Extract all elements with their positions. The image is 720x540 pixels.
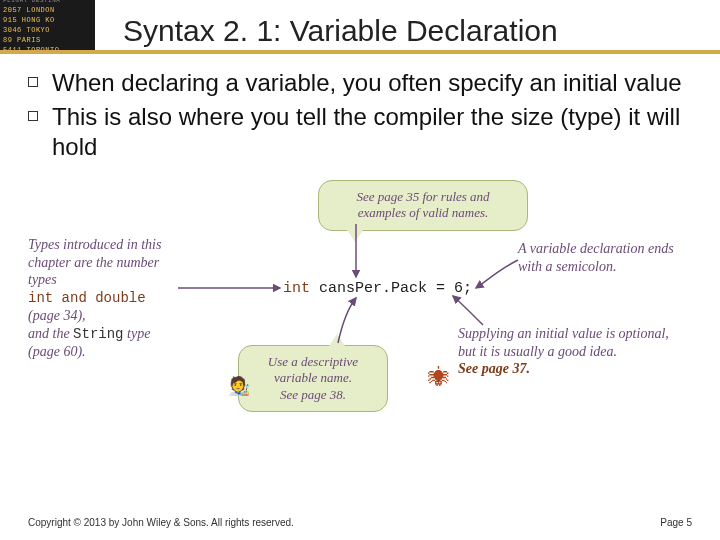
bubble-tail-icon [329,334,345,346]
copyright-text: Copyright © 2013 by John Wiley & Sons. A… [28,517,294,528]
slide-title: Syntax 2. 1: Variable Declaration [95,14,558,50]
board-row: 3046 TOKYO [0,25,95,35]
callout-text: A variable declaration ends with a semic… [518,241,674,274]
bubble-valid-names: See page 35 for rules and examples of va… [318,180,528,231]
board-row: 89 PARIS [0,35,95,45]
callout-text: and the [28,326,73,341]
spider-icon: 🕷 [428,365,450,391]
bullet-item: When declaring a variable, you often spe… [28,68,692,98]
board-row: 2057 LONDON [0,5,95,15]
mascot-icon: 🧑‍🎨 [228,375,250,397]
annotated-diagram: Types introduced in this chapter are the… [28,180,692,440]
code-sample: int cansPer.Pack = 6; [283,280,472,297]
code-type-keyword: int [283,280,310,297]
page-number: Page 5 [660,517,692,528]
bubble-tail-icon [347,230,363,242]
bullet-square-icon [28,111,38,121]
callout-semicolon: A variable declaration ends with a semic… [518,240,698,275]
callout-text: (page 34), [28,308,86,323]
bullet-text: When declaring a variable, you often spe… [52,68,682,98]
bullet-square-icon [28,77,38,87]
code-keyword: String [73,326,123,342]
bullet-item: This is also where you tell the compiler… [28,102,692,162]
departure-board-logo: FLIGHT DESTINA 2057 LONDON 915 HONG KO 3… [0,0,95,50]
bubble-ref: See page 38. [280,387,346,402]
bullet-text: This is also where you tell the compiler… [52,102,692,162]
board-row: 5411 TORONTO [0,45,95,50]
callout-types-intro: Types introduced in this chapter are the… [28,236,178,361]
bubble-descriptive-name: Use a descriptive variable name. See pag… [238,345,388,412]
board-row: 915 HONG KO [0,15,95,25]
callout-ref: See page 37. [458,361,530,376]
slide-footer: Copyright © 2013 by John Wiley & Sons. A… [28,517,692,528]
bubble-text: See page 35 for rules and examples of va… [356,189,489,220]
callout-text: Supplying an initial value is optional, … [458,326,669,359]
code-rest: cansPer.Pack = 6; [310,280,472,297]
code-keyword: int and double [28,290,146,306]
bubble-text: Use a descriptive variable name. [268,354,358,385]
slide-header: FLIGHT DESTINA 2057 LONDON 915 HONG KO 3… [0,0,720,54]
slide-content: When declaring a variable, you often spe… [0,54,720,440]
callout-text: Types introduced in this chapter are the… [28,237,161,287]
callout-initial-value: Supplying an initial value is optional, … [458,325,688,378]
